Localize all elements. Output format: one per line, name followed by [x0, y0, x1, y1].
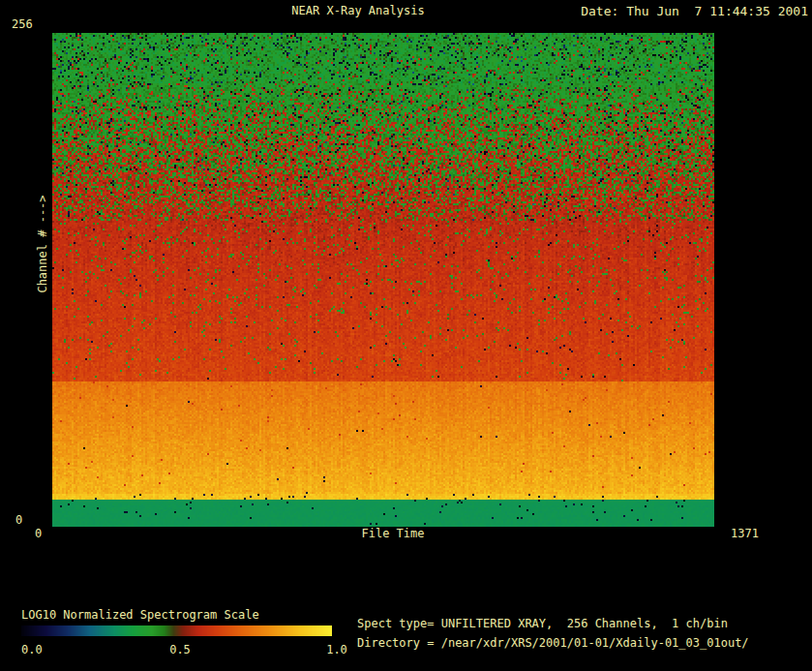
colorbar-tick-2: 1.0	[326, 644, 347, 656]
directory-info: Directory = /near/xdr/XRS/2001/01-01/Xda…	[357, 637, 749, 649]
page-title: NEAR X-Ray Analysis	[291, 5, 424, 16]
spectrogram-image	[52, 33, 714, 527]
x-axis-min-label: 0	[35, 528, 42, 539]
y-axis-min-label: 0	[15, 514, 22, 526]
colorbar-tick-0: 0.0	[21, 644, 43, 656]
near-xray-analysis-screen: NEAR X-Ray Analysis Date: Thu Jun 7 11:4…	[0, 0, 812, 671]
colorbar-title: LOG10 Normalized Spectrogram Scale	[21, 609, 259, 621]
y-axis-title: Channel # --->	[37, 195, 48, 292]
x-axis-max-label: 1371	[731, 528, 759, 539]
x-axis-title: File Time	[361, 528, 424, 539]
colorbar-tick-1: 0.5	[169, 644, 191, 656]
colorbar-gradient	[21, 625, 332, 636]
spect-type-info: Spect type= UNFILTERED XRAY, 256 Channel…	[357, 618, 728, 629]
header-date: Date: Thu Jun 7 11:44:35 2001	[581, 5, 808, 17]
y-axis-max-label: 256	[12, 18, 33, 30]
